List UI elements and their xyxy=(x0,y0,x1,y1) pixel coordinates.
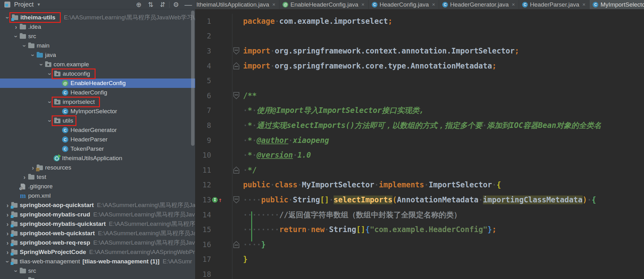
editor-tab-HeaderGenerator.java[interactable]: CHeaderGenerator.java× xyxy=(439,0,519,9)
tree-item-partial[interactable]: › xyxy=(0,276,195,279)
code-line-18[interactable]: 18 xyxy=(195,267,644,279)
line-number[interactable]: 9 xyxy=(195,136,211,145)
code-line-8[interactable]: 8·*·通过实现selectImports()方法即可，以数组的方式，指定多个要… xyxy=(195,118,644,133)
tree-chevron-icon[interactable]: › xyxy=(4,239,11,246)
tree-chevron-icon[interactable]: › xyxy=(4,249,11,256)
override-up-arrow-icon[interactable]: ↑ xyxy=(218,196,222,204)
tree-item-src[interactable]: ›src xyxy=(0,266,195,276)
fold-end-icon[interactable] xyxy=(233,241,239,248)
close-icon[interactable]: × xyxy=(512,2,515,8)
tree-chevron-icon[interactable]: › xyxy=(29,51,37,59)
close-icon[interactable]: × xyxy=(432,2,435,8)
tree-item-springboot-aop-quickstart[interactable]: ›springboot-aop-quickstartE:\AASummerLea… xyxy=(0,200,195,210)
fold-start-icon[interactable] xyxy=(233,196,239,203)
tree-item-MyImportSelector[interactable]: CMyImportSelector xyxy=(0,107,195,116)
tree-item-main[interactable]: ›main xyxy=(0,41,195,50)
line-number[interactable]: 1 xyxy=(195,17,211,25)
line-number[interactable]: 4 xyxy=(195,62,211,70)
tree-chevron-icon[interactable]: › xyxy=(21,174,28,181)
code-line-1[interactable]: 1package·com.example.importselect; xyxy=(195,14,644,29)
tree-chevron-icon[interactable]: › xyxy=(13,267,20,275)
code-line-7[interactable]: 7·*·使用@Import导入ImportSelector接口实现类, xyxy=(195,103,644,118)
code-line-2[interactable]: 2 xyxy=(195,29,644,44)
chevron-down-icon[interactable]: ▼ xyxy=(37,2,41,7)
project-panel-title[interactable]: Project xyxy=(14,1,34,8)
code-line-9[interactable]: 9·*·@author·xiaopeng xyxy=(195,133,644,148)
tree-chevron-icon[interactable]: › xyxy=(12,23,20,31)
line-number[interactable]: 15 xyxy=(195,226,211,234)
tree-item-EnableHeaderConfig[interactable]: @EnableHeaderConfig xyxy=(0,79,195,88)
code-line-6[interactable]: 6/** xyxy=(195,88,644,103)
line-number[interactable]: 2 xyxy=(195,32,211,40)
code-line-13[interactable]: 13I↑····public·String[]·selectImports(An… xyxy=(195,192,644,207)
code-line-10[interactable]: 10·*·@version·1.0 xyxy=(195,148,644,163)
line-number[interactable]: 3 xyxy=(195,47,211,55)
code-line-3[interactable]: 3import·org.springframework.context.anno… xyxy=(195,43,644,58)
collapse-all-icon[interactable]: ⇵ xyxy=(157,1,169,8)
tree-chevron-icon[interactable]: › xyxy=(4,211,11,218)
tree-item-SpringWebProjectCode[interactable]: ›SpringWebProjectCodeE:\AASummerLearning… xyxy=(0,247,195,257)
tree-chevron-icon[interactable]: › xyxy=(4,202,11,209)
tree-item-importselect[interactable]: ›importselect xyxy=(0,97,195,107)
line-number[interactable]: 16 xyxy=(195,241,211,249)
tree-item-itheima-utils[interactable]: ›itheima-utilsE:\AASummerLearning\黑马程序员J… xyxy=(0,13,195,22)
tree-item-HeaderConfig[interactable]: CHeaderConfig xyxy=(0,88,195,97)
implements-method-icon[interactable]: I xyxy=(212,197,218,203)
line-number[interactable]: 14 xyxy=(195,211,211,219)
tree-item-HeaderGenerator[interactable]: CHeaderGenerator xyxy=(0,125,195,135)
tree-item-springboot-mybatis-quickstart[interactable]: ›springboot-mybatis-quickstartE:\AASumme… xyxy=(0,219,195,229)
close-icon[interactable]: × xyxy=(272,2,275,8)
line-number[interactable]: 8 xyxy=(195,121,211,129)
fold-end-icon[interactable] xyxy=(233,166,239,174)
fold-start-icon[interactable] xyxy=(233,92,239,99)
code-line-17[interactable]: 17} xyxy=(195,252,644,267)
tree-item-com.example[interactable]: ›com.example xyxy=(0,60,195,69)
tree-item-springboot-web-quickstart[interactable]: ›springboot-web-quickstartE:\AASummerLea… xyxy=(0,229,195,238)
tree-item-src[interactable]: ›src xyxy=(0,32,195,41)
fold-start-icon[interactable] xyxy=(233,47,239,54)
tree-chevron-icon[interactable]: › xyxy=(4,258,11,265)
tree-item-springboot-web-req-resp[interactable]: ›springboot-web-req-respE:\AASummerLearn… xyxy=(0,238,195,247)
code-line-16[interactable]: 16····} xyxy=(195,237,644,252)
close-icon[interactable]: × xyxy=(582,2,585,8)
code-line-5[interactable]: 5 xyxy=(195,73,644,88)
expand-all-icon[interactable]: ⇅ xyxy=(145,1,157,8)
tree-chevron-icon[interactable]: › xyxy=(38,61,45,68)
code-editor[interactable]: 1package·com.example.importselect;23impo… xyxy=(195,9,644,279)
line-number[interactable]: 7 xyxy=(195,106,211,114)
tree-item-pom.xml[interactable]: mpom.xml xyxy=(0,191,195,200)
tree-item-ItheimaUtilsApplication[interactable]: ItheimaUtilsApplication xyxy=(0,154,195,163)
code-line-15[interactable]: 15········return·new·String[]{"com.examp… xyxy=(195,222,644,237)
tree-item-test[interactable]: ›test xyxy=(0,172,195,182)
settings-gear-icon[interactable]: ⚙ xyxy=(170,1,182,8)
editor-tab-EnableHeaderConfig.java[interactable]: @EnableHeaderConfig.java× xyxy=(279,0,368,9)
editor-tab-MyImportSelector.java[interactable]: CMyImportSelector.java× xyxy=(589,0,644,9)
editor-tab-ItheimaUtilsApplication.java[interactable]: ItheimaUtilsApplication.java× xyxy=(195,0,279,9)
tree-chevron-icon[interactable]: › xyxy=(4,221,11,228)
tree-item-.idea[interactable]: ›.idea xyxy=(0,22,195,32)
line-number[interactable]: 18 xyxy=(195,270,211,278)
code-line-11[interactable]: 11·*/ xyxy=(195,163,644,178)
line-number[interactable]: 5 xyxy=(195,77,211,85)
tree-scrollbar[interactable] xyxy=(191,11,195,146)
line-number[interactable]: 12 xyxy=(195,181,211,189)
fold-end-icon[interactable] xyxy=(233,62,239,69)
code-line-12[interactable]: 12public·class·MyImportSelector·implemen… xyxy=(195,178,644,193)
tree-item-springboot-mybatis-crud[interactable]: ›springboot-mybatis-crudE:\AASummerLearn… xyxy=(0,210,195,219)
editor-tab-HeaderConfig.java[interactable]: CHeaderConfig.java× xyxy=(369,0,439,9)
line-number[interactable]: 13 xyxy=(195,196,211,204)
tree-item-TokenParser[interactable]: CTokenParser xyxy=(0,144,195,154)
tree-chevron-icon[interactable]: › xyxy=(13,33,20,40)
tree-item-resources[interactable]: ›resources xyxy=(0,163,195,172)
tree-item-utils[interactable]: ›utils xyxy=(0,116,195,125)
tree-item-tlias-web-management[interactable]: ›tlias-web-management[tlias-web-manageme… xyxy=(0,257,195,266)
tree-item-HeaderParser[interactable]: CHeaderParser xyxy=(0,135,195,144)
hide-panel-icon[interactable]: — xyxy=(182,0,195,9)
code-line-4[interactable]: 4import·org.springframework.core.type.An… xyxy=(195,58,644,74)
line-number[interactable]: 10 xyxy=(195,151,211,159)
locate-icon[interactable]: ⊕ xyxy=(133,1,145,8)
line-number[interactable]: 17 xyxy=(195,255,211,263)
tree-chevron-icon[interactable]: › xyxy=(21,42,28,49)
tree-chevron-icon[interactable]: › xyxy=(21,277,28,279)
code-line-14[interactable]: 14········//返回值字符串数组（数组中封装了全限定名称的类） xyxy=(195,207,644,222)
